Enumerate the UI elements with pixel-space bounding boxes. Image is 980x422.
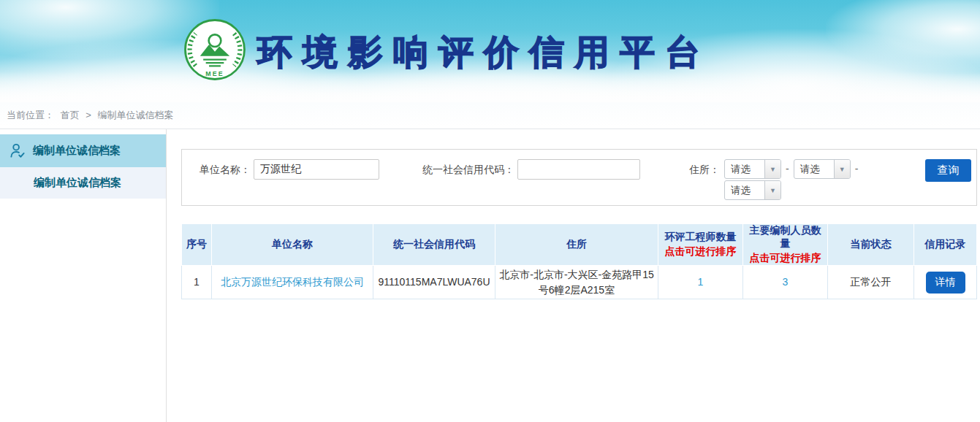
breadcrumb-prefix: 当前位置： — [7, 110, 54, 120]
sidebar-item-archive[interactable]: 编制单位诚信档案 — [0, 167, 166, 199]
col-header-credit-code: 统一社会信用代码 — [373, 224, 495, 266]
detail-button[interactable]: 详情 — [926, 272, 965, 294]
cell-credit-code: 91110115MA7LWUA76U — [373, 266, 495, 299]
cell-index: 1 — [182, 266, 212, 299]
company-detail-link[interactable]: 北京万源世纪环保科技有限公司 — [221, 276, 364, 288]
breadcrumb-home-link[interactable]: 首页 — [61, 110, 80, 120]
chevron-down-icon[interactable]: ▼ — [764, 181, 780, 199]
engineer-count-link[interactable]: 1 — [698, 276, 704, 288]
address-select-group: 请选择 ▼ - 请选择 ▼ - 请选择 ▼ — [724, 159, 862, 202]
breadcrumb-current: 编制单位诚信档案 — [97, 110, 173, 120]
query-button[interactable]: 查询 — [925, 159, 971, 182]
col-header-company: 单位名称 — [212, 224, 373, 266]
col-header-credit-record: 信用记录 — [914, 224, 977, 266]
page-title: 环境影响评价信用平台 — [257, 29, 710, 76]
staff-count-link[interactable]: 3 — [783, 276, 789, 288]
col-header-address: 住所 — [495, 224, 658, 266]
sidebar-item-archive-parent[interactable]: 编制单位诚信档案 — [0, 134, 166, 167]
address-label: 住所： — [689, 159, 720, 180]
sidebar: 编制单位诚信档案 编制单位诚信档案 — [0, 129, 167, 422]
sidebar-item-label: 编制单位诚信档案 — [34, 176, 121, 190]
company-name-label: 单位名称： — [200, 159, 251, 180]
province-select[interactable]: 请选择 ▼ — [724, 159, 781, 179]
breadcrumb-separator: > — [86, 110, 91, 120]
banner-fade — [0, 72, 980, 102]
col-header-status: 当前状态 — [828, 224, 914, 266]
cloud-decoration — [826, 0, 980, 73]
main-panel: 单位名称： 统一社会信用代码： 住所： 请选择 ▼ - 请选择 ▼ — [167, 129, 980, 422]
district-select[interactable]: 请选择 ▼ — [724, 180, 781, 200]
credit-code-input[interactable] — [517, 159, 640, 180]
chevron-down-icon[interactable]: ▼ — [764, 160, 780, 178]
select-separator: - — [786, 159, 789, 179]
site-banner: MEE 环境影响评价信用平台 — [0, 0, 980, 102]
city-select-value: 请选择 — [794, 160, 834, 178]
user-check-icon — [10, 142, 26, 159]
results-table: 序号 单位名称 统一社会信用代码 住所 环评工程师数量 点击可进行排序 主要编制… — [181, 223, 977, 299]
sort-hint: 点击可进行排序 — [660, 245, 741, 258]
sort-hint: 点击可进行排序 — [745, 252, 826, 265]
chevron-down-icon[interactable]: ▼ — [834, 160, 850, 178]
cell-status: 正常公开 — [828, 266, 914, 299]
credit-code-label: 统一社会信用代码： — [422, 159, 514, 180]
cell-address: 北京市-北京市-大兴区-金苑路甲15号6幢2层A215室 — [495, 266, 658, 299]
district-select-value: 请选择 — [725, 181, 764, 199]
search-panel: 单位名称： 统一社会信用代码： 住所： 请选择 ▼ - 请选择 ▼ — [181, 149, 977, 206]
province-select-value: 请选择 — [725, 160, 764, 178]
col-header-index: 序号 — [182, 224, 212, 266]
city-select[interactable]: 请选择 ▼ — [794, 159, 851, 179]
company-name-input[interactable] — [254, 159, 379, 180]
breadcrumb: 当前位置： 首页 > 编制单位诚信档案 — [0, 102, 980, 129]
sidebar-item-label: 编制单位诚信档案 — [33, 144, 121, 158]
mee-logo-icon: MEE — [183, 18, 247, 82]
table-row: 1 北京万源世纪环保科技有限公司 91110115MA7LWUA76U 北京市-… — [182, 266, 977, 299]
col-header-staff-count-sortable[interactable]: 主要编制人员数量 点击可进行排序 — [743, 224, 828, 266]
col-header-engineer-count-sortable[interactable]: 环评工程师数量 点击可进行排序 — [658, 224, 743, 266]
content-area: 编制单位诚信档案 编制单位诚信档案 单位名称： 统一社会信用代码： 住所： 请选… — [0, 129, 980, 422]
svg-text:MEE: MEE — [205, 70, 224, 77]
select-separator: - — [855, 159, 859, 179]
table-header-row: 序号 单位名称 统一社会信用代码 住所 环评工程师数量 点击可进行排序 主要编制… — [182, 224, 977, 266]
